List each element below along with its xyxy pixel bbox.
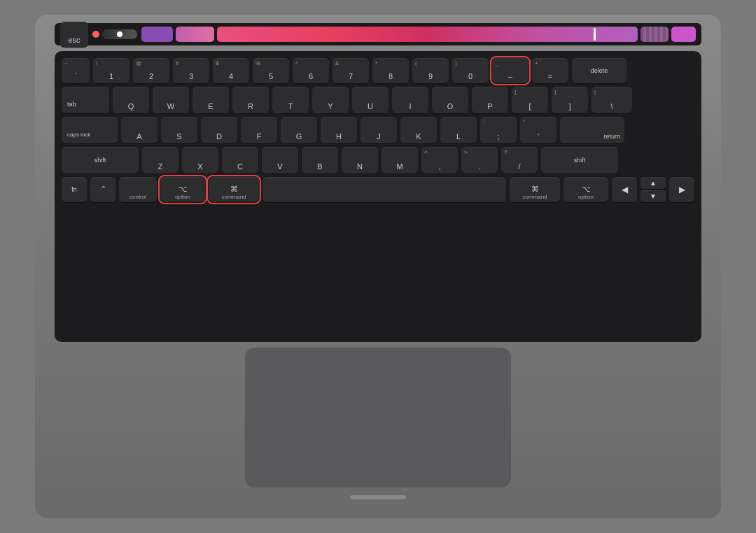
tb-seg-striped	[640, 27, 668, 42]
close-bracket-key[interactable]: } ]	[552, 87, 588, 113]
tb-seg-pink	[176, 27, 214, 42]
r-key[interactable]: R	[232, 87, 269, 113]
equals-key[interactable]: + =	[532, 58, 568, 83]
semicolon-key[interactable]: : ;	[480, 117, 517, 143]
tilde-key[interactable]: ~ `	[62, 58, 90, 83]
touch-bar-segments	[141, 27, 696, 42]
y-key[interactable]: Y	[312, 87, 349, 113]
shift-right-key[interactable]: shift	[541, 147, 618, 173]
up-arrow-key[interactable]: ▲	[640, 177, 666, 189]
5-key[interactable]: % 5	[253, 58, 289, 83]
f-key[interactable]: F	[241, 117, 277, 143]
tb-close-icon	[92, 31, 99, 38]
touch-bar: esc	[55, 23, 701, 45]
return-key[interactable]: return	[560, 117, 624, 143]
4-key[interactable]: $ 4	[213, 58, 249, 83]
tb-seg-magenta	[671, 27, 696, 42]
quote-key[interactable]: " '	[520, 117, 556, 143]
command-left-key[interactable]: ⌘ command	[209, 177, 259, 202]
n-key[interactable]: N	[342, 147, 378, 173]
8-key[interactable]: * 8	[372, 58, 409, 83]
number-row: ~ ` ! 1 @ 2 # 3 $ 4 % 5	[62, 58, 694, 83]
2-key[interactable]: @ 2	[133, 58, 169, 83]
caps-lock-key[interactable]: caps lock	[62, 117, 118, 143]
updown-arrow-container: ▲ ▼	[640, 177, 666, 202]
s-key[interactable]: S	[161, 117, 197, 143]
zxcv-row: shift Z X C V B N M < , > . ? / shift	[62, 147, 694, 173]
shift-left-key[interactable]: shift	[62, 147, 139, 173]
slash-key[interactable]: ? /	[501, 147, 538, 173]
backslash-key[interactable]: | \	[592, 87, 632, 113]
fn-key[interactable]: fn	[62, 177, 87, 202]
left-arrow-key[interactable]: ◀	[612, 177, 637, 202]
asdf-row: caps lock A S D F G H J K L : ; " ' retu…	[62, 117, 694, 143]
touch-bar-controls	[92, 29, 137, 39]
tb-thumb	[594, 28, 596, 41]
7-key[interactable]: & 7	[332, 58, 369, 83]
tb-seg-purple	[141, 27, 173, 42]
k-key[interactable]: K	[400, 117, 437, 143]
g-key[interactable]: G	[281, 117, 317, 143]
comma-key[interactable]: < ,	[421, 147, 458, 173]
l-key[interactable]: L	[440, 117, 477, 143]
j-key[interactable]: J	[360, 117, 397, 143]
laptop-chin	[55, 490, 701, 504]
tb-slider	[102, 29, 137, 39]
h-key[interactable]: H	[321, 117, 357, 143]
esc-key[interactable]: esc	[60, 22, 88, 47]
trackpad[interactable]	[245, 348, 511, 488]
control-icon-key[interactable]: ⌃	[90, 177, 115, 202]
e-key[interactable]: E	[192, 87, 229, 113]
command-right-key[interactable]: ⌘ command	[510, 177, 560, 202]
d-key[interactable]: D	[201, 117, 237, 143]
down-arrow-key[interactable]: ▼	[640, 190, 666, 202]
c-key[interactable]: C	[222, 147, 258, 173]
m-key[interactable]: M	[382, 147, 418, 173]
9-key[interactable]: ( 9	[412, 58, 449, 83]
control-key[interactable]: control	[119, 177, 157, 202]
u-key[interactable]: U	[352, 87, 388, 113]
right-arrow-key[interactable]: ▶	[669, 177, 694, 202]
6-key[interactable]: ^ 6	[293, 58, 329, 83]
v-key[interactable]: V	[262, 147, 298, 173]
tb-seg-gradient	[217, 27, 638, 42]
1-key[interactable]: ! 1	[93, 58, 130, 83]
a-key[interactable]: A	[121, 117, 158, 143]
keyboard: ~ ` ! 1 @ 2 # 3 $ 4 % 5	[55, 51, 701, 342]
0-key[interactable]: ) 0	[452, 58, 489, 83]
i-key[interactable]: I	[392, 87, 428, 113]
p-key[interactable]: P	[472, 87, 508, 113]
w-key[interactable]: W	[153, 87, 189, 113]
minus-key[interactable]: _ –	[492, 58, 528, 83]
spacebar-key[interactable]	[262, 177, 506, 202]
open-bracket-key[interactable]: { [	[512, 87, 548, 113]
option-right-key[interactable]: ⌥ option	[564, 177, 608, 202]
chin-bump	[350, 495, 406, 499]
b-key[interactable]: B	[302, 147, 338, 173]
option-left-key[interactable]: ⌥ option	[160, 177, 205, 202]
t-key[interactable]: T	[272, 87, 309, 113]
qwerty-row: tab Q W E R T Y U I O P { [ } ] | \	[62, 87, 694, 113]
3-key[interactable]: # 3	[173, 58, 209, 83]
laptop-body: esc ~ ` ! 1 @	[35, 15, 721, 518]
bottom-row: fn ⌃ control ⌥ option ⌘ command ⌘ comman…	[62, 177, 694, 202]
period-key[interactable]: > .	[461, 147, 498, 173]
o-key[interactable]: O	[432, 87, 468, 113]
q-key[interactable]: Q	[113, 87, 149, 113]
delete-key[interactable]: delete	[572, 58, 626, 83]
x-key[interactable]: X	[182, 147, 218, 173]
tab-key[interactable]: tab	[62, 87, 109, 113]
z-key[interactable]: Z	[142, 147, 178, 173]
